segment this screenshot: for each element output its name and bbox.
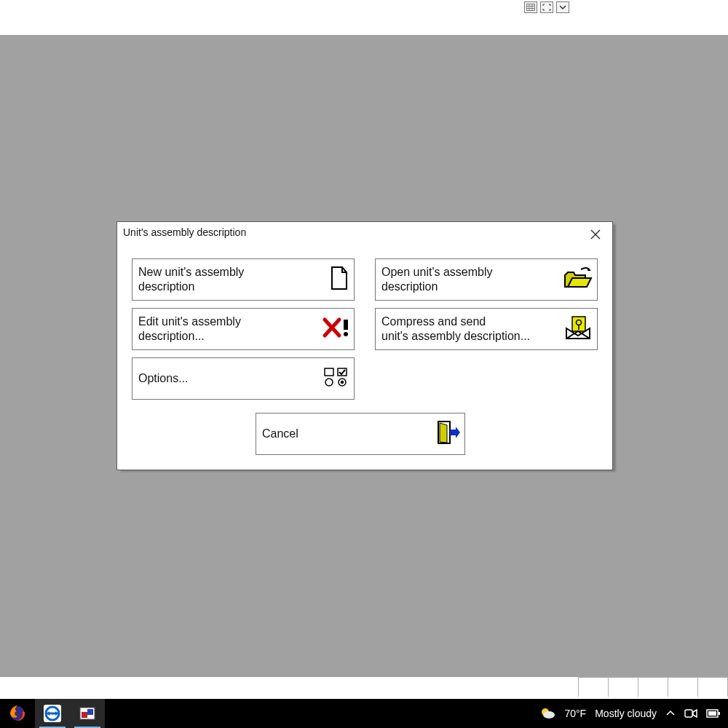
svg-rect-34 [82,712,87,718]
options-button[interactable]: Options... [132,357,355,400]
grid-tool-icon[interactable] [524,1,537,13]
svg-point-21 [325,379,333,386]
svg-point-23 [341,381,344,384]
svg-rect-38 [685,710,692,717]
empty-slot [638,677,668,697]
svg-rect-32 [50,713,55,715]
edit-x-icon [322,317,349,341]
empty-slot [608,677,638,697]
edit-description-label: Edit unit's assembly description... [138,314,241,344]
document-top-toolbar [524,1,569,13]
open-description-button[interactable]: Open unit's assembly description [375,258,598,301]
taskbar-app-icon[interactable] [70,699,105,728]
svg-marker-25 [440,423,447,443]
document-top-band [0,0,728,36]
compress-send-label: Compress and send unit's assembly descri… [381,314,530,344]
svg-rect-42 [708,711,716,716]
empty-slot [668,677,698,697]
tray-meet-now-icon[interactable] [684,708,697,719]
svg-marker-10 [568,278,591,287]
weather-icon[interactable] [539,706,555,721]
assembly-description-dialog: Unit's assembly description New unit's a… [116,221,613,470]
cancel-button[interactable]: Cancel [256,413,465,455]
exit-door-icon [437,420,460,448]
svg-rect-20 [338,368,347,376]
svg-marker-26 [450,427,460,438]
svg-point-14 [344,332,348,336]
empty-slot [578,677,609,697]
edit-description-button[interactable]: Edit unit's assembly description... [132,308,355,350]
tray-battery-icon[interactable] [706,709,721,718]
window-tab-slots [579,677,728,699]
document-icon [329,266,349,293]
cancel-label: Cancel [262,427,298,441]
options-label: Options... [138,371,188,386]
taskbar-teamviewer-icon[interactable] [35,699,70,728]
taskbar-firefox-icon[interactable] [0,699,35,728]
svg-rect-0 [527,4,535,11]
windows-taskbar: 70°F Mostly cloudy [0,699,728,728]
weather-temp[interactable]: 70°F [564,708,586,719]
svg-point-37 [543,711,555,719]
tray-chevron-up-icon[interactable] [665,708,676,719]
options-controls-icon [323,367,349,390]
chevron-down-icon[interactable] [556,1,569,13]
svg-rect-41 [719,712,720,715]
open-description-label: Open unit's assembly description [381,265,492,294]
dialog-title: Unit's assembly description [123,226,246,238]
close-button[interactable] [586,226,605,242]
svg-marker-39 [693,710,697,717]
svg-marker-7 [332,267,347,289]
weather-condition[interactable]: Mostly cloudy [595,708,657,719]
svg-rect-13 [344,320,348,330]
new-description-label: New unit's assembly description [138,265,244,294]
fullscreen-tool-icon[interactable] [540,1,553,13]
compress-send-button[interactable]: Compress and send unit's assembly descri… [375,308,598,350]
svg-rect-19 [325,368,333,376]
mail-compress-icon [563,315,593,343]
svg-rect-35 [87,709,93,715]
open-folder-icon [563,266,593,293]
new-description-button[interactable]: New unit's assembly description [132,258,355,301]
empty-slot [697,677,728,697]
system-tray: 70°F Mostly cloudy [532,699,728,728]
